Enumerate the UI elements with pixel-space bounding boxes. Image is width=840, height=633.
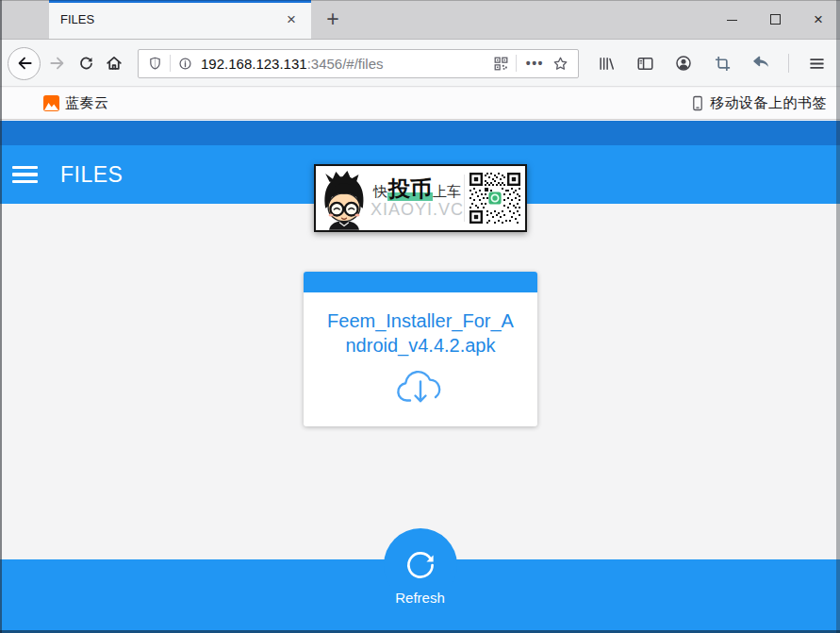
library-button[interactable]: [592, 49, 620, 77]
banner-tagline: 快投币上车 XIAOYI.VC: [371, 177, 464, 219]
sidebar-icon: [636, 55, 654, 73]
account-icon: [674, 54, 693, 73]
maximize-icon: [770, 14, 781, 25]
banner-divider: [464, 175, 465, 222]
url-host: 192.168.123.131: [201, 56, 307, 72]
minimize-icon: [727, 20, 737, 21]
tagline-prefix: 快: [373, 183, 387, 199]
tab-bar: FILES × + ×: [0, 0, 840, 40]
library-icon: [598, 55, 616, 73]
navigation-toolbar: 192.168.123.131:3456/#/files •••: [0, 41, 840, 87]
refresh-label: Refresh: [0, 590, 840, 606]
page-actions-menu-icon[interactable]: •••: [523, 56, 547, 71]
bookmark-label: 蓝奏云: [65, 94, 109, 112]
account-button[interactable]: [669, 49, 698, 77]
undo-restore-button[interactable]: [747, 49, 775, 77]
urlbar-separator: [170, 55, 171, 72]
undo-arrow-icon: [751, 54, 770, 73]
tagline-highlight: 投币: [387, 176, 433, 201]
bookmark-star-icon[interactable]: [552, 55, 569, 73]
lanzou-favicon: [43, 95, 59, 111]
file-card-header: [304, 272, 537, 292]
toolbar-right-buttons: [592, 49, 831, 77]
home-button[interactable]: [100, 49, 128, 77]
reload-button[interactable]: [72, 49, 100, 77]
tracking-protection-shield-icon[interactable]: [147, 56, 163, 72]
bookmark-lanzou[interactable]: 蓝奏云: [43, 94, 109, 112]
qr-page-action-icon[interactable]: [493, 56, 509, 72]
window-controls: ×: [710, 0, 840, 39]
url-text[interactable]: 192.168.123.131:3456/#/files: [201, 56, 384, 72]
page-actions: •••: [493, 55, 569, 73]
tab-title: FILES: [60, 12, 281, 26]
screenshot-crop-button[interactable]: [708, 49, 736, 77]
home-icon: [105, 54, 124, 73]
status-strip: [0, 121, 840, 145]
url-bar[interactable]: 192.168.123.131:3456/#/files •••: [138, 49, 579, 78]
mobile-phone-icon: [691, 95, 704, 111]
sidebars-button[interactable]: [631, 49, 659, 77]
cloud-download-icon: [395, 366, 446, 409]
new-tab-button[interactable]: +: [317, 0, 349, 39]
tabbar-drag-space: [0, 0, 49, 39]
window-border-right: [836, 0, 840, 633]
bookmark-label: 移动设备上的书签: [710, 94, 827, 112]
window-border-top: [0, 0, 840, 1]
tab-close-icon[interactable]: ×: [281, 9, 302, 30]
hamburger-menu-icon: [808, 55, 826, 73]
download-button[interactable]: [304, 366, 537, 409]
crop-icon: [714, 55, 732, 73]
forward-icon: [48, 54, 67, 73]
back-icon: [15, 54, 34, 73]
back-button[interactable]: [8, 47, 41, 80]
window-border-left: [0, 0, 2, 633]
window-close-icon: ×: [814, 11, 823, 27]
mobile-bookmarks-folder[interactable]: 移动设备上的书签: [691, 94, 827, 112]
app-menu-button[interactable]: [802, 49, 831, 77]
banner-site-name: XIAOYI.VC: [371, 201, 464, 219]
file-card[interactable]: Feem_Installer_For_Android_v4.4.2.apk: [304, 272, 537, 426]
forward-button[interactable]: [43, 49, 72, 77]
app-drawer-menu-icon[interactable]: [12, 166, 38, 183]
avatar-cartoon-icon: [318, 170, 371, 230]
tagline-suffix: 上车: [433, 183, 461, 199]
bookmarks-toolbar: 蓝奏云 移动设备上的书签: [0, 88, 840, 120]
url-path: :3456/#/files: [307, 56, 384, 72]
qr-code: [468, 171, 522, 225]
urlbar-separator: [516, 55, 517, 72]
refresh-icon: [399, 543, 442, 587]
tab-files[interactable]: FILES ×: [49, 0, 311, 39]
toolbar-divider: [788, 54, 789, 73]
maximize-button[interactable]: [753, 0, 797, 39]
site-info-icon[interactable]: [177, 56, 193, 72]
browser-window: FILES × + × 192.168.123.131:3456/#/files: [0, 0, 840, 633]
minimize-button[interactable]: [710, 0, 753, 39]
promo-banner[interactable]: 快投币上车 XIAOYI.VC: [314, 164, 527, 232]
page-title: FILES: [60, 162, 123, 188]
file-name: Feem_Installer_For_Android_v4.4.2.apk: [324, 308, 518, 358]
page-content: FILES 快投币上车 XIAOYI.VC: [0, 121, 840, 633]
window-close-button[interactable]: ×: [797, 0, 840, 39]
reload-icon: [77, 55, 95, 73]
